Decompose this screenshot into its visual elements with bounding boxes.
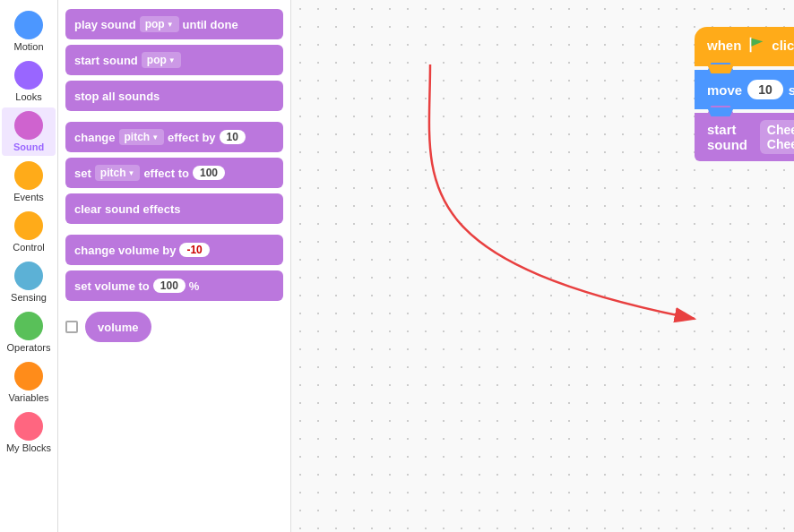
- move-value[interactable]: 10: [747, 80, 783, 99]
- block-set-pitch[interactable]: set pitch effect to 100: [65, 158, 283, 188]
- percent-text: %: [189, 279, 200, 293]
- sidebar-label-events: Events: [13, 192, 44, 202]
- sidebar-label-looks: Looks: [15, 91, 41, 102]
- clicked-text: clicked: [772, 38, 794, 53]
- canvas-move-steps[interactable]: move 10 steps: [695, 70, 794, 109]
- sidebar-item-looks[interactable]: Looks: [2, 57, 56, 106]
- sidebar-label-control: Control: [13, 242, 44, 253]
- sidebar-item-operators[interactable]: Operators: [2, 308, 56, 356]
- block-play-sound[interactable]: play sound pop until done: [65, 9, 283, 39]
- pitch-value[interactable]: 10: [220, 130, 246, 144]
- svg-rect-1: [750, 38, 752, 53]
- change-volume-value[interactable]: -10: [179, 243, 209, 257]
- volume-checkbox[interactable]: [65, 321, 78, 333]
- sidebar-label-motion: Motion: [13, 41, 43, 52]
- start-sound-text: start sound: [74, 54, 138, 67]
- block-stop-sounds[interactable]: stop all sounds: [65, 81, 283, 111]
- sidebar: Motion Looks Sound Events Control Sensin…: [0, 0, 58, 532]
- when-text: when: [707, 38, 741, 53]
- looks-circle: [14, 61, 43, 90]
- sidebar-label-myblocks: My Blocks: [6, 442, 51, 453]
- block-group-main: when clicked move 10 steps start sound C…: [695, 27, 794, 161]
- steps-text: steps: [789, 82, 794, 98]
- sidebar-item-sound[interactable]: Sound: [2, 107, 56, 156]
- start-sound-dropdown[interactable]: pop: [142, 52, 181, 68]
- sidebar-item-control[interactable]: Control: [2, 208, 56, 256]
- sidebar-item-sensing[interactable]: Sensing: [2, 258, 56, 306]
- clear-effects-text: clear sound effects: [74, 202, 181, 216]
- effect-to-text: effect to: [143, 167, 189, 180]
- sidebar-label-sound: Sound: [13, 142, 44, 152]
- stop-sounds-text: stop all sounds: [74, 90, 160, 103]
- operators-circle: [14, 312, 43, 340]
- play-sound-dropdown[interactable]: pop: [140, 16, 179, 32]
- volume-text: volume: [98, 321, 139, 334]
- events-circle: [14, 161, 43, 190]
- canvas-start-sound-text: start sound: [707, 122, 755, 152]
- play-sound-text: play sound: [74, 18, 136, 31]
- svg-marker-2: [752, 39, 764, 47]
- motion-circle: [14, 11, 43, 39]
- sidebar-label-sensing: Sensing: [11, 292, 47, 303]
- sidebar-label-operators: Operators: [7, 342, 51, 353]
- block-change-pitch[interactable]: change pitch effect by 10: [65, 122, 283, 152]
- blocks-panel: play sound pop until done start sound po…: [58, 0, 291, 532]
- sidebar-item-motion[interactable]: Motion: [2, 7, 56, 56]
- canvas: when clicked move 10 steps start sound C…: [291, 0, 794, 532]
- block-set-volume[interactable]: set volume to 100 %: [65, 270, 283, 301]
- flag-icon: [747, 35, 766, 55]
- pitch-dropdown[interactable]: pitch: [119, 129, 165, 145]
- block-clear-effects[interactable]: clear sound effects: [65, 193, 283, 224]
- control-circle: [14, 211, 43, 240]
- canvas-sound-dropdown[interactable]: Chee Chee: [760, 120, 794, 154]
- myblocks-circle: [14, 412, 43, 441]
- effect-by-text: effect by: [168, 131, 215, 144]
- sidebar-item-variables[interactable]: Variables: [2, 358, 56, 407]
- sidebar-item-myblocks[interactable]: My Blocks: [2, 408, 56, 457]
- block-change-volume[interactable]: change volume by -10: [65, 235, 283, 265]
- set-pitch-value[interactable]: 100: [193, 166, 225, 180]
- play-sound-suffix: until done: [183, 18, 238, 31]
- canvas-start-sound[interactable]: start sound Chee Chee: [695, 113, 794, 161]
- set-volume-text: set volume to: [74, 279, 150, 293]
- sidebar-label-variables: Variables: [8, 392, 48, 403]
- variables-circle: [14, 362, 43, 390]
- volume-reporter-row: volume: [65, 312, 283, 342]
- block-start-sound[interactable]: start sound pop: [65, 45, 283, 75]
- change-volume-text: change volume by: [74, 244, 176, 257]
- change-text: change: [74, 131, 116, 144]
- red-connection-arrow: [429, 64, 695, 319]
- set-volume-value[interactable]: 100: [153, 279, 186, 293]
- set-text: set: [74, 167, 91, 180]
- sensing-circle: [14, 262, 43, 290]
- set-pitch-dropdown[interactable]: pitch: [95, 165, 141, 181]
- block-volume[interactable]: volume: [85, 312, 151, 342]
- move-text: move: [707, 82, 742, 98]
- sound-circle: [14, 111, 43, 140]
- canvas-when-clicked[interactable]: when clicked: [695, 27, 794, 66]
- sidebar-item-events[interactable]: Events: [2, 158, 56, 206]
